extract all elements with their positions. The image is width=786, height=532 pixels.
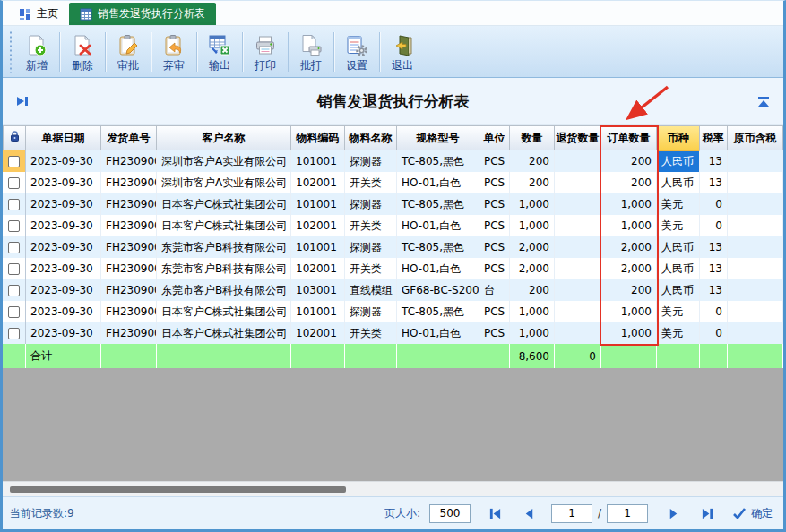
row-checkbox[interactable]	[8, 242, 20, 253]
grid-cell[interactable]: 1,000	[601, 301, 657, 322]
grid-cell[interactable]: 2,000	[601, 258, 657, 279]
row-checkbox[interactable]	[8, 177, 20, 189]
page-size-input[interactable]	[429, 504, 471, 523]
grid-cell[interactable]: FH23090002	[101, 193, 157, 215]
grid-cell[interactable]: 2023-09-30	[26, 279, 101, 301]
grid-cell[interactable]: 102001	[291, 322, 345, 344]
grid-cell[interactable]: 日本客户C株式社集团公司	[157, 322, 291, 344]
grid-cell[interactable]	[555, 215, 601, 236]
grid-cell[interactable]: PCS	[479, 258, 510, 279]
column-header[interactable]: 币种	[657, 125, 700, 150]
next-page-button[interactable]	[664, 505, 682, 521]
grid-cell[interactable]	[555, 258, 601, 279]
batch-print-button[interactable]: 批打	[289, 32, 333, 72]
grid-cell[interactable]: 1,000	[510, 215, 555, 236]
grid-cell[interactable]: 0	[700, 193, 728, 215]
grid-cell[interactable]: 东莞市客户B科技有限公司	[157, 236, 291, 258]
grid-cell[interactable]	[728, 322, 783, 344]
column-header[interactable]: 数量	[510, 125, 555, 150]
horizontal-scrollbar[interactable]	[3, 481, 783, 496]
grid-cell[interactable]: 探测器	[345, 236, 397, 258]
grid-cell[interactable]: 1,000	[601, 193, 657, 215]
row-checkbox[interactable]	[8, 263, 20, 275]
column-header[interactable]: 物料名称	[345, 125, 397, 150]
grid-cell[interactable]: PCS	[479, 322, 510, 344]
grid-cell[interactable]: 人民币	[657, 172, 700, 193]
grid-cell[interactable]: 开关类	[345, 172, 397, 193]
grid-cell[interactable]: 开关类	[345, 322, 397, 344]
column-header[interactable]: 订单数量	[601, 125, 657, 150]
grid-cell[interactable]: TC-805,黑色	[397, 193, 479, 215]
grid-cell[interactable]: 13	[700, 258, 728, 279]
grid-cell[interactable]: 1,000	[601, 322, 657, 344]
grid-cell[interactable]: HO-01,白色	[397, 322, 479, 344]
first-page-button[interactable]	[487, 505, 505, 521]
grid-cell[interactable]	[555, 172, 601, 193]
grid-cell[interactable]: 探测器	[345, 193, 397, 215]
grid-cell[interactable]: 1,000	[510, 322, 555, 344]
column-header[interactable]: 单据日期	[26, 125, 101, 150]
grid-cell[interactable]: FH23090001	[101, 172, 157, 193]
row-checkbox[interactable]	[8, 220, 20, 232]
grid-cell[interactable]: 探测器	[345, 150, 397, 172]
grid-cell[interactable]: 0	[700, 215, 728, 236]
settings-button[interactable]: 设置	[335, 32, 378, 72]
column-header[interactable]: 规格型号	[397, 125, 479, 150]
grid-cell[interactable]: FH23090003	[101, 236, 157, 258]
grid-cell[interactable]: 2,000	[601, 236, 657, 258]
horizontal-scrollbar-thumb[interactable]	[10, 486, 346, 493]
grid-cell[interactable]: 开关类	[345, 258, 397, 279]
grid-cell[interactable]: 0	[700, 301, 728, 322]
new-button[interactable]: 新增	[15, 32, 58, 72]
grid-cell[interactable]: FH23090004	[101, 322, 157, 344]
grid-cell[interactable]: 2023-09-30	[26, 301, 101, 322]
tab-home[interactable]: 主页	[8, 3, 69, 25]
grid-cell[interactable]: 2023-09-30	[26, 193, 101, 215]
grid-cell[interactable]: 2023-09-30	[26, 322, 101, 344]
toolbar-grip[interactable]	[8, 31, 13, 73]
expand-right-icon[interactable]	[15, 94, 30, 108]
row-checkbox[interactable]	[8, 156, 20, 167]
column-header[interactable]: 物料编码	[291, 125, 345, 150]
prev-page-button[interactable]	[521, 505, 539, 521]
grid-cell[interactable]: PCS	[479, 172, 510, 193]
grid-cell[interactable]	[728, 193, 783, 215]
grid-cell[interactable]: GF68-BC-S200	[397, 279, 479, 301]
grid-cell[interactable]: PCS	[479, 236, 510, 258]
column-header[interactable]: 税率	[700, 125, 728, 150]
row-checkbox[interactable]	[8, 306, 20, 318]
grid-cell[interactable]	[728, 215, 783, 236]
grid-cell[interactable]: 深圳市客户A实业有限公司	[157, 172, 291, 193]
exit-button[interactable]: 退出	[381, 32, 424, 72]
grid-cell[interactable]: 200	[601, 172, 657, 193]
grid-cell[interactable]: 东莞市客户B科技有限公司	[157, 279, 291, 301]
grid-cell[interactable]	[555, 322, 601, 344]
grid-cell[interactable]: 200	[510, 279, 555, 301]
row-checkbox[interactable]	[8, 285, 20, 296]
grid-cell[interactable]: 1,000	[510, 301, 555, 322]
current-page-input[interactable]	[551, 504, 592, 523]
grid-cell[interactable]: 101001	[291, 301, 345, 322]
grid-cell[interactable]: 开关类	[345, 215, 397, 236]
grid-cell[interactable]: 人民币	[657, 236, 700, 258]
row-checkbox[interactable]	[8, 328, 20, 339]
grid-cell[interactable]: 13	[700, 150, 728, 172]
grid-cell[interactable]: 美元	[657, 193, 700, 215]
grid-cell[interactable]: 直线模组	[345, 279, 397, 301]
grid-cell[interactable]: 美元	[657, 215, 700, 236]
grid-cell[interactable]	[728, 301, 783, 322]
grid-cell[interactable]	[555, 301, 601, 322]
grid-cell[interactable]: 人民币	[657, 150, 700, 172]
grid-cell[interactable]: 2,000	[510, 236, 555, 258]
grid-cell[interactable]: PCS	[479, 150, 510, 172]
grid-cell[interactable]: HO-01,白色	[397, 258, 479, 279]
grid-cell[interactable]: 103001	[291, 279, 345, 301]
grid-cell[interactable]: 2,000	[510, 258, 555, 279]
grid-cell[interactable]: 13	[700, 172, 728, 193]
grid-cell[interactable]: 日本客户C株式社集团公司	[157, 193, 291, 215]
grid-cell[interactable]	[555, 193, 601, 215]
grid-cell[interactable]: 102001	[291, 172, 345, 193]
grid-cell[interactable]	[728, 150, 783, 172]
grid-cell[interactable]: 台	[479, 279, 510, 301]
total-pages-input[interactable]	[607, 504, 648, 523]
